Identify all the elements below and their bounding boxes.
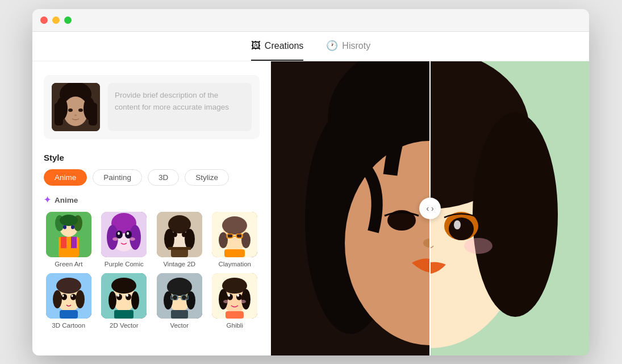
style-name-3d-cartoon: 3D Cartoon: [52, 322, 85, 329]
style-card-green-art[interactable]: Green Art: [44, 212, 94, 267]
svg-point-79: [173, 295, 177, 300]
style-name-claymation: Claymation: [218, 261, 251, 267]
svg-rect-70: [114, 310, 133, 319]
svg-point-64: [108, 291, 116, 309]
svg-rect-5: [55, 103, 63, 125]
svg-point-30: [130, 237, 135, 241]
preview-image[interactable]: [52, 83, 100, 131]
svg-point-23: [107, 225, 118, 250]
compare-handle[interactable]: ‹ ›: [419, 198, 441, 219]
svg-point-28: [127, 232, 129, 235]
minimize-dot[interactable]: [52, 16, 60, 24]
svg-point-92: [240, 300, 246, 303]
svg-point-58: [62, 295, 64, 297]
svg-point-68: [117, 294, 119, 297]
svg-rect-81: [171, 310, 188, 319]
anime-side: [430, 61, 589, 355]
history-icon: 🕐: [326, 40, 338, 52]
compare-container: ‹ ›: [271, 61, 589, 355]
style-thumb-purple-comic: [101, 212, 147, 257]
svg-point-34: [164, 229, 174, 249]
style-btn-3d[interactable]: 3D: [148, 169, 179, 186]
svg-point-9: [74, 115, 77, 116]
svg-point-86: [241, 289, 251, 309]
style-thumb-vector: [157, 273, 202, 319]
svg-point-107: [473, 112, 558, 317]
main-content: Provide brief description of the content…: [32, 61, 589, 355]
svg-point-42: [222, 216, 247, 235]
style-name-ghibli: Ghibli: [227, 322, 243, 329]
svg-point-90: [237, 294, 239, 297]
tab-history-label: Hisroty: [342, 41, 370, 51]
description-area[interactable]: Provide brief description of the content…: [108, 83, 252, 131]
style-btn-anime[interactable]: Anime: [44, 169, 87, 186]
style-card-purple-comic[interactable]: Purple Comic: [99, 212, 149, 267]
svg-point-14: [60, 215, 78, 226]
tabs-bar: 🖼 Creations 🕐 Hisroty: [32, 32, 589, 61]
svg-rect-50: [224, 249, 245, 257]
style-card-3d-cartoon[interactable]: 3D Cartoon: [44, 273, 94, 329]
star-icon: ✦: [44, 195, 51, 205]
tab-creations-label: Creations: [265, 41, 303, 51]
style-card-vintage-2d[interactable]: Vintage 2D: [155, 212, 204, 267]
style-name-vector: Vector: [170, 322, 189, 329]
svg-point-15: [63, 225, 66, 229]
svg-rect-19: [71, 237, 77, 248]
svg-rect-6: [89, 103, 97, 125]
style-card-claymation[interactable]: Claymation: [210, 212, 260, 267]
window-body: 🖼 Creations 🕐 Hisroty: [32, 32, 589, 355]
style-thumb-3d-cartoon: [46, 273, 91, 319]
svg-point-56: [61, 294, 67, 300]
style-card-ghibli[interactable]: Ghibli: [210, 273, 260, 329]
svg-point-59: [71, 295, 73, 297]
svg-point-113: [454, 220, 461, 229]
style-card-vector[interactable]: Vector: [155, 273, 204, 329]
divider-arrows: ‹ ›: [426, 204, 433, 213]
titlebar: [32, 9, 589, 32]
upload-area: Provide brief description of the content…: [44, 75, 260, 139]
tab-history[interactable]: 🕐 Hisroty: [326, 40, 370, 61]
svg-point-65: [131, 291, 139, 309]
style-buttons: Anime Painting 3D Stylize: [44, 169, 260, 186]
style-thumb-claymation: [212, 212, 257, 257]
style-name-green-art: Green Art: [55, 261, 82, 267]
svg-point-35: [185, 229, 195, 249]
style-thumb-vintage-2d: [157, 212, 202, 257]
style-card-2d-vector[interactable]: 2D Vector: [99, 273, 149, 329]
svg-point-69: [126, 294, 128, 297]
tab-creations[interactable]: 🖼 Creations: [251, 40, 303, 61]
photo-side: [271, 61, 430, 355]
svg-rect-39: [168, 247, 191, 250]
svg-point-80: [182, 295, 186, 300]
svg-point-57: [70, 294, 76, 300]
description-placeholder: Provide brief description of the content…: [115, 90, 245, 114]
style-btn-painting[interactable]: Painting: [93, 169, 142, 186]
svg-point-53: [56, 278, 81, 294]
svg-point-8: [78, 108, 83, 112]
style-name-vintage-2d: Vintage 2D: [163, 261, 195, 267]
style-thumb-2d-vector: [101, 273, 147, 319]
right-panel: ‹ ›: [271, 61, 589, 355]
maximize-dot[interactable]: [64, 16, 72, 24]
creations-icon: 🖼: [251, 40, 261, 52]
style-thumb-green-art: [46, 212, 91, 257]
svg-point-27: [118, 232, 120, 235]
style-btn-stylize[interactable]: Stylize: [185, 169, 229, 186]
svg-rect-60: [60, 310, 78, 319]
svg-point-63: [111, 278, 136, 294]
svg-point-75: [186, 291, 195, 309]
svg-point-111: [449, 217, 474, 240]
svg-point-36: [173, 232, 177, 237]
substyle-label: Anime: [55, 196, 78, 204]
style-section-label: Style: [44, 153, 260, 162]
svg-rect-93: [226, 311, 244, 319]
svg-point-74: [164, 291, 173, 309]
style-name-2d-vector: 2D Vector: [110, 322, 139, 329]
face-preview: [52, 83, 100, 131]
close-dot[interactable]: [40, 16, 48, 24]
svg-point-24: [130, 225, 141, 250]
svg-point-55: [76, 290, 85, 308]
svg-point-91: [223, 300, 229, 303]
style-grid: Green Art: [44, 212, 260, 329]
substyle-label-row: ✦ Anime: [44, 195, 260, 205]
